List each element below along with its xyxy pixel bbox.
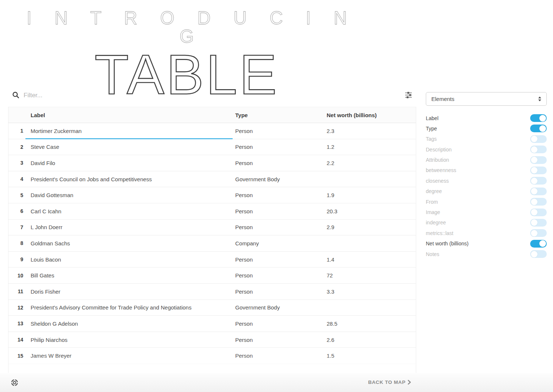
toggle-row-tags: Tags: [426, 135, 547, 143]
cell-label[interactable]: Goldman Sachs: [31, 240, 235, 246]
toggle-knob: [539, 240, 546, 247]
row-number: 14: [8, 337, 31, 343]
table-row[interactable]: 6Carl C IcahnPerson20.3: [8, 203, 416, 220]
cell-type[interactable]: Person: [235, 144, 327, 150]
toggle-switch[interactable]: [530, 250, 547, 258]
toggle-row-type: Type: [426, 125, 547, 132]
cell-type[interactable]: Person: [235, 224, 327, 230]
cell-type[interactable]: Person: [235, 192, 327, 198]
cell-type[interactable]: Person: [235, 160, 327, 166]
toggle-switch[interactable]: [530, 229, 547, 237]
cell-net-worth[interactable]: 2.2: [327, 160, 416, 166]
header-type[interactable]: Type: [235, 112, 327, 118]
cell-label[interactable]: L John Doerr: [31, 224, 235, 230]
toggle-switch[interactable]: [530, 167, 547, 174]
toggle-row-attribution: Attribution: [426, 156, 547, 164]
cell-label[interactable]: James W Breyer: [31, 353, 235, 359]
toggle-switch[interactable]: [530, 209, 547, 216]
cell-label[interactable]: Louis Bacon: [31, 256, 235, 263]
toggle-switch[interactable]: [530, 114, 547, 122]
cell-label[interactable]: President's Advisory Committee for Trade…: [31, 304, 235, 311]
header-label[interactable]: Label: [31, 112, 235, 118]
cell-net-worth[interactable]: 1.5: [327, 353, 416, 359]
cell-label[interactable]: Philip Niarchos: [31, 337, 235, 343]
table-row[interactable]: 14Philip NiarchosPerson2.6: [8, 332, 416, 348]
cell-net-worth[interactable]: 2.3: [327, 128, 416, 134]
cell-type[interactable]: Person: [235, 256, 327, 263]
cell-type[interactable]: Person: [235, 288, 327, 295]
cell-type[interactable]: Government Body: [235, 304, 327, 311]
cell-net-worth[interactable]: 2.6: [327, 337, 416, 343]
elements-selector-value: Elements: [431, 96, 455, 102]
cell-type[interactable]: Government Body: [235, 176, 327, 182]
cell-label[interactable]: David Rockefeller Sr: [31, 369, 235, 373]
cell-label[interactable]: President's Council on Jobs and Competit…: [31, 176, 235, 182]
cell-label[interactable]: Bill Gates: [31, 272, 235, 279]
table-row[interactable]: 1Mortimer ZuckermanPerson2.3: [8, 123, 416, 139]
toggle-switch[interactable]: [530, 156, 547, 164]
row-number: 10: [8, 273, 31, 279]
cell-net-worth[interactable]: 1.9: [327, 192, 416, 198]
cell-label[interactable]: Mortimer Zuckerman: [31, 128, 235, 134]
cell-net-worth[interactable]: 1.4: [327, 256, 416, 263]
cell-net-worth[interactable]: 3.3: [327, 288, 416, 295]
toggle-knob: [531, 199, 538, 205]
table-row[interactable]: 16David Rockefeller SrPerson2.8: [8, 364, 416, 373]
toggle-switch[interactable]: [530, 188, 547, 195]
table-row[interactable]: 3David FiloPerson2.2: [8, 155, 416, 171]
header-net-worth[interactable]: Net worth (billions): [327, 112, 416, 118]
table-row[interactable]: 4President's Council on Jobs and Competi…: [8, 171, 416, 188]
cell-label[interactable]: Sheldon G Adelson: [31, 321, 235, 327]
table-row[interactable]: 2Steve CasePerson1.2: [8, 139, 416, 155]
back-to-map-label: BACK TO MAP: [368, 379, 406, 385]
chevron-right-icon: [408, 380, 411, 385]
cell-net-worth[interactable]: 1.2: [327, 144, 416, 150]
toggle-knob: [531, 146, 538, 153]
cell-type[interactable]: Person: [235, 272, 327, 279]
table-row[interactable]: 8Goldman SachsCompany: [8, 235, 416, 252]
cell-net-worth[interactable]: 20.3: [327, 208, 416, 214]
table-row[interactable]: 11Doris FisherPerson3.3: [8, 284, 416, 300]
help-lifebuoy-icon[interactable]: [11, 379, 18, 388]
cell-net-worth[interactable]: 2.9: [327, 224, 416, 230]
cell-type[interactable]: Company: [235, 240, 327, 246]
table-row[interactable]: 13Sheldon G AdelsonPerson28.5: [8, 316, 416, 332]
toggle-switch[interactable]: [530, 177, 547, 185]
cell-label[interactable]: Doris Fisher: [31, 288, 235, 295]
toggle-switch[interactable]: [530, 146, 547, 153]
toggle-label: Tags: [426, 136, 437, 142]
table-row[interactable]: 15James W BreyerPerson1.5: [8, 348, 416, 364]
toggle-knob: [531, 178, 538, 184]
elements-selector[interactable]: Elements: [426, 92, 547, 106]
cell-type[interactable]: Person: [235, 369, 327, 373]
cell-net-worth[interactable]: 28.5: [327, 321, 416, 327]
cell-label[interactable]: Carl C Icahn: [31, 208, 235, 214]
table-row[interactable]: 10Bill GatesPerson72: [8, 267, 416, 284]
back-to-map-link[interactable]: BACK TO MAP: [368, 379, 411, 385]
cell-label[interactable]: Steve Case: [31, 144, 235, 150]
sliders-settings-icon[interactable]: [404, 91, 413, 101]
table-row[interactable]: 12President's Advisory Committee for Tra…: [8, 300, 416, 316]
cell-type[interactable]: Person: [235, 128, 327, 134]
toggle-switch[interactable]: [530, 125, 547, 132]
toggle-knob: [531, 209, 538, 216]
cell-label[interactable]: David Filo: [31, 160, 235, 166]
toggle-switch[interactable]: [530, 135, 547, 143]
table-row[interactable]: 5David GottesmanPerson1.9: [8, 187, 416, 203]
cell-net-worth[interactable]: 72: [327, 272, 416, 279]
row-number: 2: [8, 144, 31, 150]
table-row[interactable]: 9Louis BaconPerson1.4: [8, 252, 416, 268]
cell-label[interactable]: David Gottesman: [31, 192, 235, 198]
toggle-label: metrics::last: [426, 230, 453, 236]
cell-type[interactable]: Person: [235, 208, 327, 214]
toggle-switch[interactable]: [530, 240, 547, 248]
cell-type[interactable]: Person: [235, 337, 327, 343]
cell-net-worth[interactable]: 2.8: [327, 369, 416, 373]
toggle-switch[interactable]: [530, 219, 547, 227]
table-row[interactable]: 7L John DoerrPerson2.9: [8, 220, 416, 236]
filter-input[interactable]: [24, 90, 355, 101]
cell-type[interactable]: Person: [235, 321, 327, 327]
toggle-knob: [539, 125, 546, 132]
toggle-switch[interactable]: [530, 198, 547, 206]
cell-type[interactable]: Person: [235, 353, 327, 359]
